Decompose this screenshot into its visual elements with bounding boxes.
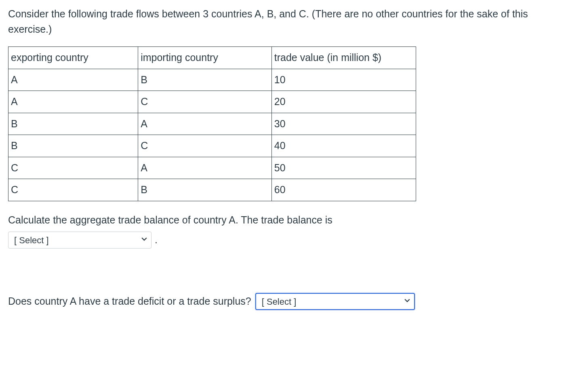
table-row: C B 60 <box>8 179 416 201</box>
table-row: B A 30 <box>8 113 416 135</box>
cell-value: 40 <box>271 135 416 157</box>
cell-importing: B <box>138 69 272 91</box>
chevron-down-icon <box>141 237 147 243</box>
cell-value: 60 <box>271 179 416 201</box>
q1-select[interactable]: [ Select ] <box>8 232 151 249</box>
cell-exporting: A <box>8 69 138 91</box>
q1-prompt: Calculate the aggregate trade balance of… <box>8 213 560 228</box>
cell-value: 30 <box>271 113 416 135</box>
trade-table: exporting country importing country trad… <box>8 46 416 201</box>
cell-importing: C <box>138 91 272 113</box>
cell-importing: A <box>138 157 272 179</box>
table-row: C A 50 <box>8 157 416 179</box>
q2-select-placeholder: [ Select ] <box>262 295 297 308</box>
cell-exporting: C <box>8 157 138 179</box>
chevron-down-icon <box>404 299 410 304</box>
q2-prompt: Does country A have a trade deficit or a… <box>8 294 251 309</box>
cell-exporting: C <box>8 179 138 201</box>
cell-importing: A <box>138 113 272 135</box>
cell-value: 20 <box>271 91 416 113</box>
header-exporting: exporting country <box>8 47 138 69</box>
cell-exporting: B <box>8 113 138 135</box>
header-importing: importing country <box>138 47 272 69</box>
q1-select-placeholder: [ Select ] <box>14 234 49 247</box>
cell-importing: C <box>138 135 272 157</box>
intro-text: Consider the following trade flows betwe… <box>8 6 560 37</box>
cell-exporting: A <box>8 91 138 113</box>
q1-period: . <box>155 232 158 248</box>
table-row: A C 20 <box>8 91 416 113</box>
cell-value: 10 <box>271 69 416 91</box>
table-header-row: exporting country importing country trad… <box>8 47 416 69</box>
table-row: B C 40 <box>8 135 416 157</box>
cell-exporting: B <box>8 135 138 157</box>
cell-value: 50 <box>271 157 416 179</box>
header-value: trade value (in million $) <box>271 47 416 69</box>
cell-importing: B <box>138 179 272 201</box>
table-row: A B 10 <box>8 69 416 91</box>
q2-select[interactable]: [ Select ] <box>255 293 415 310</box>
